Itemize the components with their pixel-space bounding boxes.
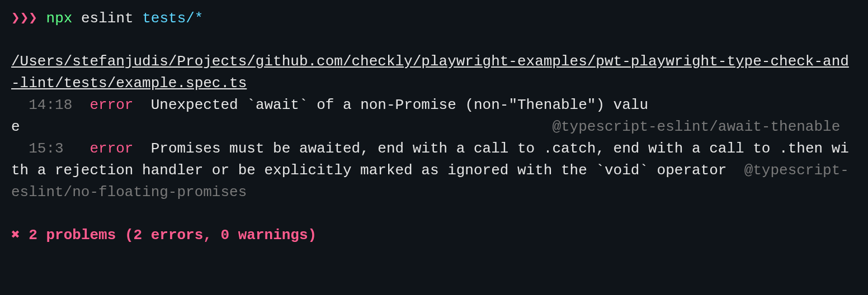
error-rule: @typescript-eslint/await-thenable (552, 118, 840, 135)
error-row-2: 15:3 error Promises must be awaited, end… (11, 138, 857, 203)
error-row-1: 14:18 error Unexpected `await` of a non-… (11, 94, 857, 138)
summary-text: 2 problems (2 errors, 0 warnings) (29, 227, 317, 244)
cross-icon: ✖ (11, 227, 20, 244)
error-severity: error (89, 97, 133, 113)
prompt-symbol: ❯❯❯ (11, 10, 37, 27)
error-location: 15:3 (29, 140, 63, 157)
command-prompt-line: ❯❯❯ npx eslint tests/* (11, 8, 857, 30)
file-path: /Users/stefanjudis/Projects/github.com/c… (11, 51, 857, 94)
error-severity: error (89, 140, 133, 157)
problems-summary: ✖ 2 problems (2 errors, 0 warnings) (11, 225, 857, 246)
command-npx: npx (46, 10, 73, 27)
command-eslint: eslint (81, 10, 134, 27)
command-argument: tests/* (142, 10, 203, 27)
error-location: 14:18 (29, 97, 72, 113)
